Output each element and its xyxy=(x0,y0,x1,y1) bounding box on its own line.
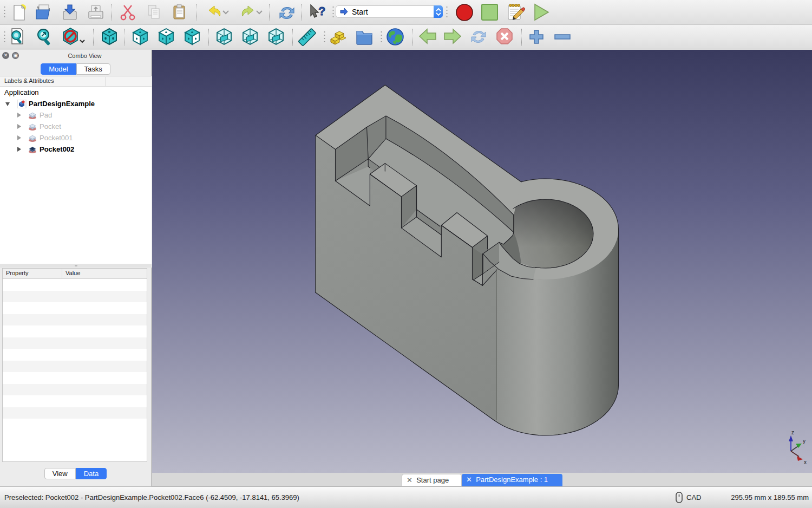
svg-text:z: z xyxy=(791,429,794,435)
svg-text:y: y xyxy=(803,438,806,444)
svg-text:?: ? xyxy=(318,4,325,18)
svg-text:x: x xyxy=(804,459,807,465)
